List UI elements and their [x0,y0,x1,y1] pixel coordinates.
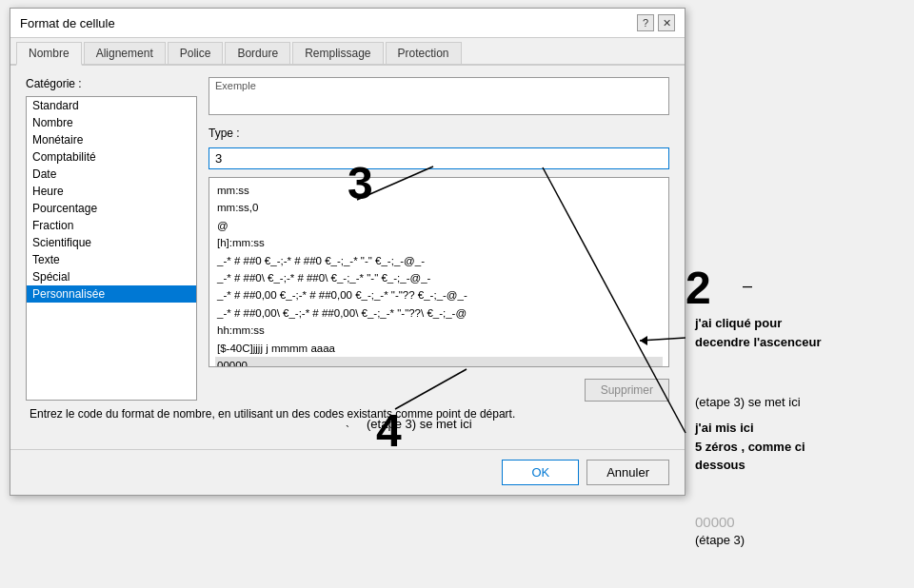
cancel-button[interactable]: Annuler [586,460,669,485]
category-scientifique[interactable]: Scientifique [27,234,196,251]
close-button[interactable]: ✕ [658,14,675,31]
step2-number: 2 [686,262,711,314]
cursor-line: ` [26,424,669,438]
category-heure[interactable]: Heure [27,183,196,200]
main-layout: Catégorie : Standard Nombre Monétaire Co… [26,77,669,402]
ok-button[interactable]: OK [502,460,579,485]
format-euro1[interactable]: _-* # ##0 €_-;-* # ##0 €_-;_-* "-" €_-;_… [215,252,663,269]
category-nombre[interactable]: Nombre [27,114,196,131]
category-monetaire[interactable]: Monétaire [27,131,196,148]
category-comptabilite[interactable]: Comptabilité [27,148,196,166]
annotations-panel: 2 – j'ai cliqué pour decendre l'ascenceu… [686,0,914,588]
type-input[interactable] [209,147,669,169]
category-fraction[interactable]: Fraction [27,217,196,234]
category-label: Catégorie : [26,77,197,90]
annotation2-text: j'ai cliqué pour decendre l'ascenceur [695,314,821,351]
tab-remplissage[interactable]: Remplissage [292,42,383,64]
tab-nombre[interactable]: Nombre [16,42,82,66]
tab-content: Catégorie : Standard Nombre Monétaire Co… [10,66,685,449]
description-text: Entrez le code du format de nombre, en u… [26,407,669,421]
help-button[interactable]: ? [637,14,654,31]
category-pourcentage[interactable]: Pourcentage [27,200,196,217]
delete-row: Supprimer [209,379,669,402]
format-hhmmss[interactable]: hh:mm:ss [215,322,663,339]
format-mmss0[interactable]: mm:ss,0 [215,199,663,216]
title-controls: ? ✕ [637,14,675,31]
dialog-footer: OK Annuler [10,449,685,495]
tab-protection[interactable]: Protection [386,42,462,64]
format-list[interactable]: mm:ss mm:ss,0 @ [h]:mm:ss _-* # ##0 €_-;… [209,178,668,366]
format-euro3[interactable]: _-* # ##0,00 €_-;-* # ##0,00 €_-;_-* "-"… [215,286,663,304]
cursor-char: ` [346,424,349,438]
annotation-dash: – [743,276,752,296]
step4-text: (etape 3) se met ici [695,395,801,409]
annotation-zeros-text: j'ai mis ici 5 zéros , comme ci dessous [695,419,805,475]
format-mmss[interactable]: mm:ss [215,182,663,199]
example-label: Exemple [215,80,256,91]
category-standard[interactable]: Standard [27,97,196,114]
title-bar: Format de cellule ? ✕ [10,9,685,38]
tabs-bar: Nombre Alignement Police Bordure Remplis… [10,38,685,66]
format-list-container: mm:ss mm:ss,0 @ [h]:mm:ss _-* # ##0 €_-;… [209,177,669,367]
category-date[interactable]: Date [27,166,196,183]
zeros-display: 00000 [695,514,735,530]
dialog-title: Format de cellule [20,16,115,30]
delete-button[interactable]: Supprimer [585,379,669,402]
tab-alignement[interactable]: Alignement [84,42,166,64]
format-euro2[interactable]: _-* # ##0\ €_-;-* # ##0\ €_-;_-* "-" €_-… [215,269,663,286]
format-00000[interactable]: 00000 [215,357,663,366]
category-special[interactable]: Spécial [27,268,196,285]
category-section: Catégorie : Standard Nombre Monétaire Co… [26,77,197,402]
format-date-fr[interactable]: [$-40C]jjjj j mmmm aaaa [215,340,663,357]
category-personnalisee[interactable]: Personnalisée [27,285,196,303]
format-at[interactable]: @ [215,217,663,234]
type-label: Type : [209,127,669,140]
category-texte[interactable]: Texte [27,251,196,268]
tab-bordure[interactable]: Bordure [225,42,290,64]
example-box: Exemple [209,77,669,115]
tab-police[interactable]: Police [168,42,224,64]
right-panel: Exemple Type : mm:ss mm:ss,0 @ [h]:mm:ss… [209,77,669,402]
format-cellule-dialog: Format de cellule ? ✕ Nombre Alignement … [10,8,686,496]
format-hmmss[interactable]: [h]:mm:ss [215,234,663,251]
category-list[interactable]: Standard Nombre Monétaire Comptabilité D… [26,96,197,401]
etape3-label: (étape 3) [695,533,745,547]
format-euro4[interactable]: _-* # ##0,00\ €_-;-* # ##0,00\ €_-;_-* "… [215,304,663,322]
